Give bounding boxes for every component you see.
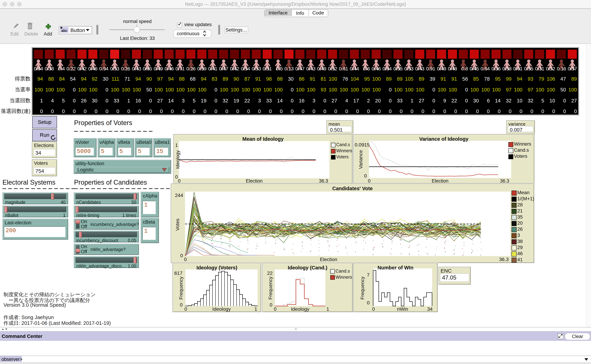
svg-text:0: 0 [236, 109, 239, 114]
svg-text:100: 100 [198, 87, 206, 92]
svg-text:20: 20 [375, 98, 381, 104]
svg-text:33: 33 [114, 98, 119, 104]
svg-text:92: 92 [92, 76, 98, 82]
svg-text:106: 106 [547, 76, 555, 82]
svg-text:0: 0 [51, 109, 54, 114]
svg-text:50: 50 [560, 87, 566, 92]
svg-text:0: 0 [302, 109, 304, 114]
svg-text:0: 0 [204, 109, 206, 114]
svg-text:100: 100 [329, 76, 337, 82]
svg-text:94: 94 [517, 76, 522, 82]
svg-text:0.43: 0.43 [132, 66, 141, 72]
svg-text:22: 22 [244, 98, 250, 104]
svg-text:6: 6 [487, 98, 490, 104]
svg-text:100: 100 [296, 87, 304, 92]
svg-text:99: 99 [506, 76, 512, 82]
svg-text:5: 5 [193, 98, 196, 104]
svg-text:100: 100 [372, 76, 381, 82]
svg-text:0: 0 [291, 87, 294, 92]
svg-text:0: 0 [73, 109, 76, 114]
svg-text:0: 0 [519, 109, 522, 114]
svg-text:0: 0 [171, 109, 174, 114]
svg-text:0.61: 0.61 [513, 66, 523, 72]
svg-text:26: 26 [81, 98, 86, 104]
svg-text:90: 90 [234, 76, 239, 82]
svg-text:0: 0 [356, 109, 359, 114]
svg-text:100: 100 [111, 87, 119, 92]
svg-text:0: 0 [465, 98, 468, 104]
svg-text:100: 100 [470, 87, 479, 92]
svg-text:3: 3 [258, 98, 261, 104]
svg-text:3: 3 [182, 98, 184, 104]
svg-text:0: 0 [84, 109, 86, 114]
svg-text:68: 68 [190, 76, 196, 82]
svg-text:10: 10 [517, 98, 522, 104]
svg-text:88: 88 [48, 76, 54, 82]
svg-text:16: 16 [299, 98, 304, 104]
svg-text:100: 100 [372, 87, 381, 92]
svg-text:100: 100 [133, 87, 141, 92]
svg-text:94: 94 [201, 76, 206, 82]
svg-text:84: 84 [59, 76, 65, 82]
svg-text:89: 89 [386, 76, 392, 82]
svg-text:0.64: 0.64 [480, 66, 490, 72]
svg-text:0: 0 [563, 109, 566, 114]
svg-text:10: 10 [550, 98, 555, 104]
svg-text:0.55: 0.55 [393, 66, 403, 72]
svg-text:0: 0 [563, 98, 566, 104]
svg-text:0.42: 0.42 [77, 66, 87, 72]
svg-text:0: 0 [138, 109, 141, 114]
svg-text:0: 0 [247, 109, 250, 114]
svg-text:22: 22 [451, 98, 457, 104]
svg-text:27: 27 [331, 98, 337, 104]
svg-text:5: 5 [541, 98, 544, 104]
svg-text:100: 100 [394, 87, 402, 92]
svg-text:0.53: 0.53 [110, 66, 119, 72]
svg-text:0.41: 0.41 [208, 66, 217, 72]
svg-text:0.59: 0.59 [197, 66, 207, 72]
svg-text:0: 0 [62, 109, 65, 114]
svg-text:100: 100 [274, 87, 283, 92]
svg-text:27: 27 [571, 98, 577, 104]
svg-text:0: 0 [182, 109, 184, 114]
svg-text:0.71: 0.71 [176, 66, 185, 72]
svg-text:91: 91 [440, 76, 446, 82]
svg-text:0: 0 [323, 109, 326, 114]
svg-text:0: 0 [105, 87, 108, 92]
svg-text:0: 0 [487, 109, 490, 114]
svg-text:0: 0 [541, 109, 544, 114]
svg-text:0: 0 [40, 109, 43, 114]
svg-text:30: 30 [92, 98, 98, 104]
svg-text:100: 100 [78, 87, 86, 92]
svg-text:83: 83 [212, 76, 217, 82]
svg-text:33: 33 [266, 98, 272, 104]
svg-text:0: 0 [389, 109, 392, 114]
svg-text:87: 87 [244, 76, 250, 82]
svg-text:54: 54 [70, 76, 76, 82]
svg-text:0: 0 [476, 109, 479, 114]
svg-text:0: 0 [454, 109, 457, 114]
svg-text:0.61: 0.61 [339, 66, 348, 72]
svg-text:0.47: 0.47 [296, 66, 305, 72]
svg-text:0: 0 [105, 109, 108, 114]
svg-text:100: 100 [449, 87, 457, 92]
svg-text:94: 94 [37, 76, 43, 82]
svg-text:5: 5 [62, 98, 65, 104]
svg-text:0: 0 [95, 109, 98, 114]
svg-text:0: 0 [509, 109, 512, 114]
svg-text:0.31: 0.31 [535, 66, 544, 72]
svg-text:0.43: 0.43 [306, 66, 315, 72]
svg-text:79: 79 [538, 76, 544, 82]
svg-text:100: 100 [253, 87, 261, 92]
svg-text:100: 100 [569, 87, 577, 92]
svg-text:100: 100 [350, 87, 359, 92]
svg-text:100: 100 [416, 87, 424, 92]
svg-text:100: 100 [547, 87, 555, 92]
svg-text:0.65: 0.65 [143, 66, 152, 72]
svg-text:94: 94 [168, 76, 174, 82]
svg-text:95: 95 [495, 76, 500, 82]
svg-text:1: 1 [411, 98, 414, 104]
svg-text:89: 89 [571, 76, 577, 82]
svg-text:0: 0 [313, 109, 315, 114]
svg-text:0.49: 0.49 [317, 66, 326, 72]
